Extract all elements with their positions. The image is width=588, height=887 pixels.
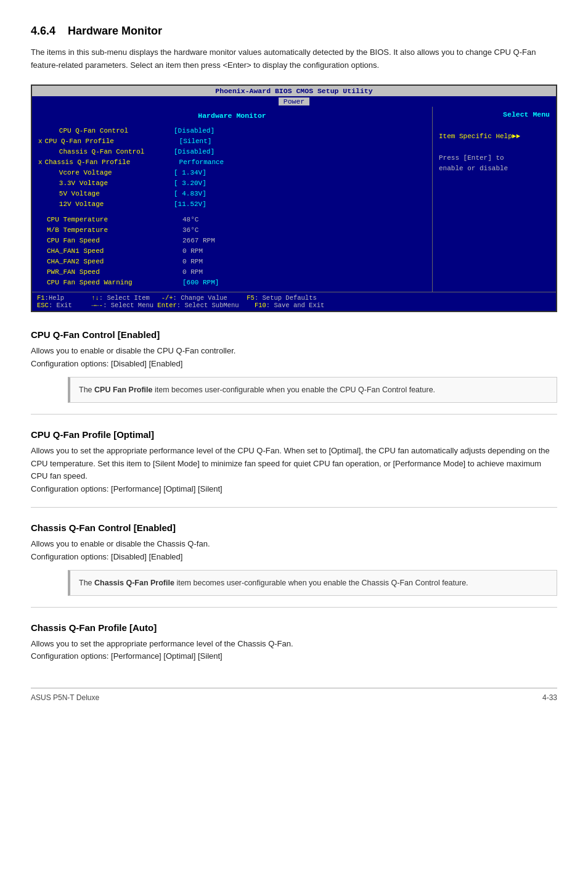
bios-row-cha-fan1: CHA_FAN1 Speed 0 RPM <box>38 246 426 257</box>
bios-value-chassis-qfan-control: [Disabled] <box>174 147 214 157</box>
bios-row-3v3: 3.3V Voltage [ 3.20V] <box>38 178 426 189</box>
heading-chassis-qfan-control: Chassis Q-Fan Control [Enabled] <box>31 522 557 533</box>
bios-footer: F1:Help ↑↓: Select Item -/+: Change Valu… <box>32 292 556 311</box>
divider-2 <box>31 507 557 508</box>
bios-value-5v: [ 4.83V] <box>174 189 206 199</box>
note-bold-chassis-qfan: Chassis Q-Fan Profile <box>94 579 174 587</box>
bios-value-cha-fan2: 0 RPM <box>182 257 203 267</box>
bios-screen: Phoenix-Award BIOS CMOS Setup Utility Po… <box>31 85 557 313</box>
bios-value-cpu-qfan-profile: [Silent] <box>179 136 212 147</box>
heading-chassis-qfan-profile: Chassis Q-Fan Profile [Auto] <box>31 622 557 633</box>
bios-row-cpu-fan-speed: CPU Fan Speed 2667 RPM <box>38 236 426 246</box>
bios-x-marker-chassis: x <box>38 157 44 168</box>
bios-row-5v: 5V Voltage [ 4.83V] <box>38 189 426 199</box>
bios-footer-plusminus: -/+ <box>161 294 173 302</box>
bios-label-cpu-temp: CPU Temperature <box>47 215 182 225</box>
bios-value-cpu-qfan-control: [Disabled] <box>174 126 214 136</box>
bios-label-12v: 12V Voltage <box>38 199 174 210</box>
bios-value-mb-temp: 36°C <box>182 225 198 236</box>
bios-label-cpu-qfan-profile: CPU Q-Fan Profile <box>44 136 179 147</box>
bios-label-5v: 5V Voltage <box>38 189 174 199</box>
bios-footer-f1: F1 <box>37 294 45 302</box>
bios-row-chassis-qfan-control: Chassis Q-Fan Control [Disabled] <box>38 147 426 157</box>
bios-title-text: Phoenix-Award BIOS CMOS Setup Utility <box>215 87 372 95</box>
bios-row-cpu-fan-warning: CPU Fan Speed Warning [600 RPM] <box>38 278 426 288</box>
bios-value-3v3: [ 3.20V] <box>174 178 206 189</box>
subsection-chassis-qfan-profile: Chassis Q-Fan Profile [Auto] Allows you … <box>31 622 557 664</box>
bios-footer-f10: F10 <box>255 302 266 309</box>
bios-row-chassis-qfan-profile: x Chassis Q-Fan Profile Performance <box>38 157 426 168</box>
bios-row-cpu-qfan-control: CPU Q-Fan Control [Disabled] <box>38 126 426 136</box>
bios-footer-content: F1:Help ↑↓: Select Item -/+: Change Valu… <box>37 294 551 309</box>
bios-label-pwr-fan: PWR_FAN Speed <box>47 267 182 278</box>
para-cpu-qfan-profile-1: Allows you to set the appropriate perfor… <box>31 445 557 496</box>
subsection-cpu-qfan-profile: CPU Q-Fan Profile [Optimal] Allows you t… <box>31 429 557 496</box>
para-chassis-qfan-profile-1: Allows you to set the appropriate perfor… <box>31 638 557 664</box>
bios-help-line2: enable or disable <box>439 165 508 172</box>
para-chassis-qfan-control-1: Allows you to enable or disable the Chas… <box>31 538 557 564</box>
bios-label-chassis-qfan-profile: Chassis Q-Fan Profile <box>44 157 179 168</box>
footer-product: ASUS P5N-T Deluxe <box>31 693 99 702</box>
bios-right-header: Select Menu <box>439 110 550 118</box>
bios-row-vcore: Vcore Voltage [ 1.34V] <box>38 168 426 178</box>
bios-label-mb-temp: M/B Temperature <box>47 225 182 236</box>
bios-label-cpu-qfan-control: CPU Q-Fan Control <box>38 126 174 136</box>
bios-label-chassis-qfan-control: Chassis Q-Fan Control <box>38 147 174 157</box>
bios-label-cpu-fan-warning: CPU Fan Speed Warning <box>47 278 182 288</box>
bios-label-cpu-fan-speed: CPU Fan Speed <box>47 236 182 246</box>
bios-label-vcore: Vcore Voltage <box>38 168 174 178</box>
bios-value-cpu-temp: 48°C <box>182 215 198 225</box>
bios-title-bar: Phoenix-Award BIOS CMOS Setup Utility <box>32 86 556 96</box>
note-cpu-qfan-control: The CPU Fan Profile item becomes user-co… <box>68 377 557 403</box>
bios-label-cha-fan1: CHA_FAN1 Speed <box>47 246 182 257</box>
bios-main-panel: Hardware Monitor CPU Q-Fan Control [Disa… <box>32 107 433 292</box>
bios-label-cha-fan2: CHA_FAN2 Speed <box>47 257 182 267</box>
bios-row-cpu-temp: CPU Temperature 48°C <box>38 215 426 225</box>
bios-value-cpu-fan-speed: 2667 RPM <box>182 236 215 246</box>
bios-footer-nav: →←- <box>91 302 103 309</box>
bios-footer-esc: ESC <box>37 302 49 309</box>
bios-row-cha-fan2: CHA_FAN2 Speed 0 RPM <box>38 257 426 267</box>
bios-x-marker-cpu: x <box>38 136 44 147</box>
note-bold-cpu-qfan: CPU Fan Profile <box>94 386 152 394</box>
section-number-title: 4.6.4 Hardware Monitor <box>31 25 557 38</box>
bios-menu-bar: Power <box>32 96 556 107</box>
bios-help-content: Item Specific Help►► Press [Enter] to en… <box>439 131 550 175</box>
bios-row-mb-temp: M/B Temperature 36°C <box>38 225 426 236</box>
bios-left-header: Hardware Monitor <box>38 110 426 121</box>
bios-row-cpu-qfan-profile: x CPU Q-Fan Profile [Silent] <box>38 136 426 147</box>
bios-value-vcore: [ 1.34V] <box>174 168 206 178</box>
subsection-cpu-qfan-control: CPU Q-Fan Control [Enabled] Allows you t… <box>31 329 557 403</box>
subsection-chassis-qfan-control: Chassis Q-Fan Control [Enabled] Allows y… <box>31 522 557 596</box>
heading-cpu-qfan-profile: CPU Q-Fan Profile [Optimal] <box>31 429 557 440</box>
note-chassis-qfan-control: The Chassis Q-Fan Profile item becomes u… <box>68 570 557 596</box>
bios-value-cha-fan1: 0 RPM <box>182 246 203 257</box>
bios-menu-power[interactable]: Power <box>279 97 310 105</box>
bios-value-pwr-fan: 0 RPM <box>182 267 203 278</box>
para-cpu-qfan-control-1: Allows you to enable or disable the CPU … <box>31 345 557 371</box>
bios-label-3v3: 3.3V Voltage <box>38 178 174 189</box>
bios-row-12v: 12V Voltage [11.52V] <box>38 199 426 210</box>
bios-value-chassis-qfan-profile: Performance <box>179 157 224 168</box>
bios-footer-enter: Enter <box>157 302 177 309</box>
page-footer: ASUS P5N-T Deluxe 4-33 <box>31 688 557 702</box>
section-title-text: Hardware Monitor <box>68 25 162 37</box>
divider-1 <box>31 414 557 415</box>
bios-row-pwr-fan: PWR_FAN Speed 0 RPM <box>38 267 426 278</box>
bios-sidebar-panel: Select Menu Item Specific Help►► Press [… <box>433 107 556 292</box>
bios-footer-f5: F5 <box>247 294 255 302</box>
heading-cpu-qfan-control: CPU Q-Fan Control [Enabled] <box>31 329 557 340</box>
footer-page-number: 4-33 <box>542 693 557 702</box>
bios-help-title: Item Specific Help►► <box>439 133 520 140</box>
bios-value-12v: [11.52V] <box>174 199 206 210</box>
divider-3 <box>31 607 557 608</box>
bios-temp-section: CPU Temperature 48°C M/B Temperature 36°… <box>38 215 426 288</box>
bios-help-line1: Press [Enter] to <box>439 154 504 162</box>
intro-paragraph: The items in this sub-menu displays the … <box>31 46 557 72</box>
section-number: 4.6.4 <box>31 25 55 37</box>
bios-value-cpu-fan-warning: [600 RPM] <box>182 278 219 288</box>
bios-footer-arrows: ↑↓ <box>91 294 99 302</box>
